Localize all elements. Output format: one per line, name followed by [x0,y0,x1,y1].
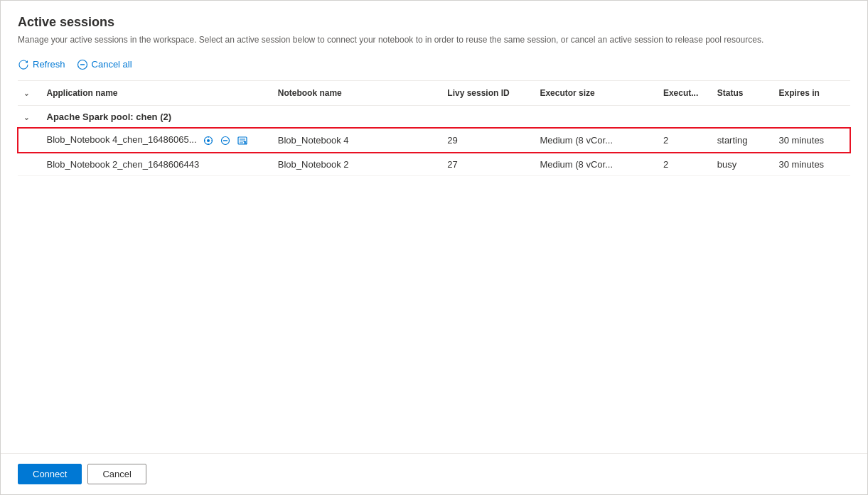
row2-expires-in: 30 minutes [773,153,850,175]
row1-execut: 2 [658,128,712,153]
group-expand-cell[interactable]: ⌄ [18,105,41,128]
row1-expand [18,128,41,153]
row2-expand [18,153,41,175]
col-livy-header: Livy session ID [441,81,534,106]
toolbar: Refresh Cancel all [18,56,850,80]
row2-execut: 2 [658,153,712,175]
page-description: Manage your active sessions in the works… [18,34,850,46]
col-app-name-header: Application name [41,81,272,106]
col-executor-size-header: Executor size [534,81,657,106]
row1-executor-size: Medium (8 vCor... [534,128,657,153]
group-row: ⌄ Apache Spark pool: chen (2) [18,105,850,128]
table-header-row: ⌄ Application name Notebook name Livy se… [18,81,850,106]
col-notebook-name-header: Notebook name [272,81,442,106]
refresh-label: Refresh [33,59,65,70]
row1-expires-in: 30 minutes [773,128,850,153]
page-title: Active sessions [18,15,850,30]
logs-icon[interactable] [236,134,249,147]
row1-app-name: Blob_Notebook 4_chen_16486065... [41,128,272,153]
row1-actions [202,134,249,147]
col-execut-header: Execut... [658,81,712,106]
cancel-all-label: Cancel all [92,59,132,70]
group-label: Apache Spark pool: chen (2) [41,105,850,128]
cancel-button[interactable]: Cancel [87,464,146,484]
col-expand: ⌄ [18,81,41,106]
row1-notebook-name: Blob_Notebook 4 [272,128,442,153]
row2-livy-session-id: 27 [441,153,534,175]
refresh-button[interactable]: Refresh [18,56,65,73]
refresh-icon [18,59,29,70]
table-row[interactable]: Blob_Notebook 4_chen_16486065... [18,128,850,153]
row2-status: busy [712,153,773,175]
footer: Connect Cancel [1,453,867,494]
row2-executor-size: Medium (8 vCor... [534,153,657,175]
connect-button[interactable]: Connect [18,464,82,484]
row2-notebook-name: Blob_Notebook 2 [272,153,442,175]
cancel-all-button[interactable]: Cancel all [77,56,132,73]
table-row[interactable]: Blob_Notebook 2_chen_1648606443 Blob_Not… [18,153,850,175]
header-chevron-icon[interactable]: ⌄ [23,89,29,97]
cancel-icon[interactable] [219,134,232,147]
row1-livy-session-id: 29 [441,128,534,153]
group-chevron-icon: ⌄ [23,114,29,121]
row2-app-name: Blob_Notebook 2_chen_1648606443 [41,153,272,175]
row1-status: starting [712,128,773,153]
col-status-header: Status [712,81,773,106]
main-container: Active sessions Manage your active sessi… [1,1,867,453]
connect-icon[interactable] [202,134,215,147]
cancel-all-icon [77,59,88,70]
svg-point-3 [207,139,210,142]
col-expires-header: Expires in [773,81,850,106]
table-container: ⌄ Application name Notebook name Livy se… [18,81,850,176]
sessions-table: ⌄ Application name Notebook name Livy se… [18,81,850,176]
